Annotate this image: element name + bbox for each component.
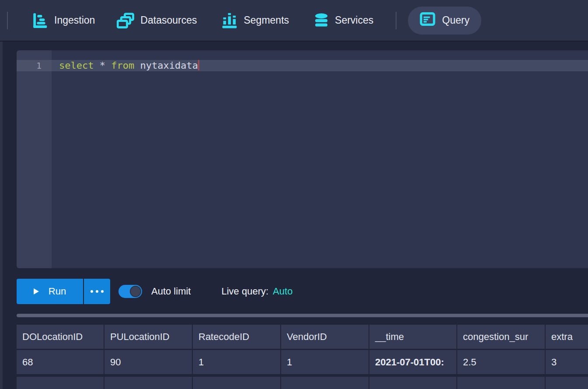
nav-tab-datasources[interactable]: Datasources — [117, 13, 197, 28]
table-header-row: DOLocationIDPULocationIDRatecodeIDVendor… — [17, 325, 588, 349]
nav-tab-ingestion[interactable]: Ingestion — [32, 13, 95, 28]
code-token — [94, 60, 99, 71]
run-button[interactable]: Run — [17, 279, 83, 304]
table-cell[interactable]: 90 — [104, 350, 192, 374]
live-query-label: Live query: — [221, 286, 268, 297]
services-icon — [314, 13, 329, 28]
column-header-PULocationID[interactable]: PULocationID — [104, 325, 192, 349]
table-cell[interactable]: 2021-07-01T00: — [369, 350, 456, 374]
query-controls: Run Auto limit Live query: Auto — [17, 279, 292, 304]
toggle-knob — [130, 286, 141, 297]
nav-tab-services[interactable]: Services — [314, 13, 373, 28]
nav-divider — [396, 12, 397, 29]
query-results-table: DOLocationIDPULocationIDRatecodeIDVendor… — [17, 325, 588, 389]
run-button-label: Run — [49, 286, 66, 297]
code-token: select — [59, 60, 94, 71]
table-row — [17, 377, 588, 389]
code-token: from — [111, 60, 134, 71]
table-cell[interactable] — [17, 377, 104, 389]
code-token: * — [100, 60, 105, 71]
code-line-text: select * from nytaxidata — [59, 60, 198, 71]
ingestion-icon — [32, 13, 48, 28]
table-cell[interactable]: 3 — [546, 350, 588, 374]
code-line[interactable]: select * from nytaxidata — [59, 60, 199, 71]
table-cell[interactable] — [457, 377, 545, 389]
table-cell[interactable] — [193, 377, 280, 389]
nav-tab-segments[interactable]: Segments — [222, 13, 289, 28]
column-header-congestion_sur[interactable]: congestion_sur — [457, 325, 545, 349]
table-row: 6890112021-07-01T00:2.53 — [17, 350, 588, 374]
column-header-DOLocationID[interactable]: DOLocationID — [17, 325, 104, 349]
table-cell[interactable]: 2.5 — [457, 350, 545, 374]
nav-tab-label: Ingestion — [54, 14, 95, 26]
table-cell[interactable] — [369, 377, 456, 389]
run-more-options-button[interactable] — [84, 279, 110, 304]
table-cell[interactable]: 68 — [17, 350, 104, 374]
query-icon — [420, 12, 435, 28]
column-header-RatecodeID[interactable]: RatecodeID — [193, 325, 280, 349]
table-cell[interactable]: 1 — [281, 350, 369, 374]
sql-editor[interactable]: 1 select * from nytaxidata — [17, 50, 588, 268]
text-cursor — [198, 60, 199, 70]
nav-tab-label: Query — [442, 14, 470, 26]
auto-limit-toggle[interactable] — [118, 285, 142, 298]
auto-limit-label: Auto limit — [151, 286, 191, 297]
live-query-value-link[interactable]: Auto — [273, 286, 292, 297]
left-panel-edge — [0, 42, 3, 389]
column-header-__time[interactable]: __time — [369, 325, 456, 349]
code-token — [105, 60, 111, 71]
table-cell[interactable] — [281, 377, 369, 389]
horizontal-scrollbar[interactable] — [17, 314, 588, 317]
editor-gutter — [17, 50, 52, 268]
segments-icon — [222, 13, 237, 28]
table-cell[interactable] — [546, 377, 588, 389]
table-cell[interactable]: 1 — [193, 350, 280, 374]
table-cell[interactable] — [104, 377, 192, 389]
datasources-icon — [117, 13, 134, 28]
code-token: nytaxidata — [134, 60, 198, 71]
nav-tab-label: Datasources — [140, 14, 197, 26]
top-navbar: Ingestion Datasources Segments — [0, 0, 588, 42]
nav-tab-query-active[interactable]: Query — [408, 7, 481, 35]
nav-divider — [7, 12, 8, 29]
column-header-extra[interactable]: extra — [546, 325, 588, 349]
more-icon — [90, 290, 104, 293]
nav-tab-label: Services — [335, 14, 373, 26]
column-header-VendorID[interactable]: VendorID — [281, 325, 369, 349]
nav-tab-label: Segments — [244, 14, 289, 26]
line-number: 1 — [17, 60, 42, 71]
play-icon — [34, 288, 39, 294]
